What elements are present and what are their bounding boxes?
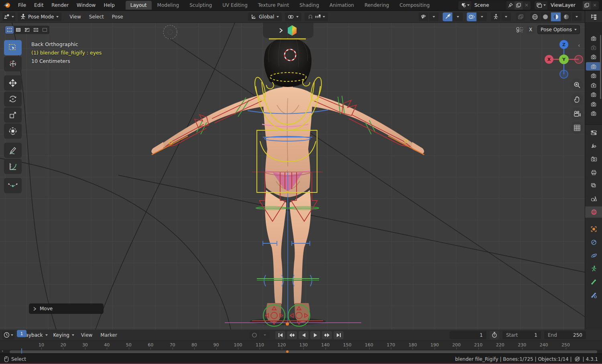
gizmo-z-neg-axis[interactable]	[560, 70, 568, 78]
tab-layout[interactable]: Layout	[126, 1, 152, 10]
tool-select-box[interactable]	[4, 40, 22, 55]
select-mode-invert[interactable]	[32, 26, 40, 34]
end-frame-field[interactable]: End 250	[544, 331, 586, 339]
menu-edit[interactable]: Edit	[31, 1, 47, 9]
tool-move[interactable]	[4, 75, 22, 91]
pivot-dropdown[interactable]	[285, 12, 301, 21]
tab-object-constraints[interactable]	[585, 237, 602, 248]
gizmo-caret[interactable]	[453, 12, 463, 21]
tab-bone[interactable]	[585, 276, 602, 287]
viewport-3d[interactable]: Z X Y Back Orthographic (1) blender file…	[0, 23, 585, 330]
operator-panel-move[interactable]: Move	[29, 303, 104, 314]
shading-wireframe-button[interactable]	[530, 12, 540, 21]
outliner-scrollbar[interactable]	[600, 35, 601, 99]
ruler-tick[interactable]: 60	[145, 342, 156, 348]
timeline-ruler[interactable]: 1020304050607080901001101201301401501601…	[0, 341, 602, 350]
auto-key-toggle[interactable]	[250, 331, 259, 340]
ruler-tick[interactable]: 170	[385, 342, 397, 348]
tab-uv-editing[interactable]: UV Editing	[218, 1, 252, 10]
tab-physics[interactable]	[585, 250, 602, 261]
tool-pose-breakdowner[interactable]	[4, 178, 22, 193]
pose-options-dropdown[interactable]: Pose Options	[537, 25, 580, 34]
visibility-caret[interactable]	[429, 12, 439, 21]
tool-rotate[interactable]	[4, 91, 22, 107]
timeline-editor-type-button[interactable]	[2, 331, 14, 340]
outliner-row-camera-toggle[interactable]	[586, 100, 601, 108]
playhead[interactable]: 1	[17, 330, 26, 337]
tool-annotate[interactable]	[4, 143, 22, 158]
select-mode-new[interactable]	[5, 26, 14, 34]
start-frame-field[interactable]: Start 1	[502, 331, 541, 339]
xray-toggle[interactable]	[516, 12, 525, 21]
properties-editor-icon[interactable]	[585, 127, 602, 138]
camera-view-button[interactable]	[571, 107, 583, 120]
ruler-tick[interactable]: 210	[473, 342, 484, 348]
tab-output[interactable]	[585, 167, 602, 178]
pose-display-caret[interactable]	[501, 12, 511, 21]
ruler-tick[interactable]: 200	[451, 342, 462, 348]
menu-select[interactable]: Select	[85, 12, 108, 21]
outliner-header[interactable]	[585, 11, 602, 23]
play-reverse-button[interactable]	[299, 331, 309, 339]
ruler-tick[interactable]: 80	[189, 342, 200, 348]
ruler-tick[interactable]: 120	[276, 342, 287, 348]
tab-bone-constraints[interactable]	[585, 289, 602, 301]
tool-measure[interactable]	[4, 159, 22, 174]
stopwatch-icon[interactable]	[490, 331, 499, 340]
tab-texture-paint[interactable]: Texture Paint	[253, 1, 294, 10]
tab-sculpting[interactable]: Sculpting	[185, 1, 217, 10]
shading-caret[interactable]	[572, 12, 582, 21]
tool-scale[interactable]	[4, 107, 22, 123]
gizmo-x-neg-axis[interactable]	[575, 55, 583, 63]
ruler-tick[interactable]: 90	[211, 342, 222, 348]
pin-icon[interactable]	[506, 1, 515, 10]
select-mode-extend[interactable]	[14, 26, 22, 34]
shading-material-button[interactable]	[551, 12, 561, 21]
tab-modeling[interactable]: Modeling	[153, 1, 184, 10]
tab-scene[interactable]	[585, 193, 602, 204]
tab-animation[interactable]: Animation	[325, 1, 359, 10]
grid-toggle-button[interactable]	[571, 121, 583, 134]
tab-rendering[interactable]: Rendering	[360, 1, 394, 10]
play-button[interactable]	[310, 331, 320, 339]
new-viewlayer-icon[interactable]	[583, 1, 591, 10]
tab-render[interactable]	[585, 154, 602, 165]
tool-cursor[interactable]	[4, 56, 22, 71]
menu-render[interactable]: Render	[48, 1, 72, 9]
ruler-tick[interactable]: 50	[123, 342, 134, 348]
shading-rendered-button[interactable]	[561, 12, 571, 21]
tab-compositing[interactable]: Compositing	[395, 1, 434, 10]
tab-tool[interactable]	[585, 140, 602, 151]
mirror-x-icon[interactable]	[516, 27, 524, 33]
ruler-tick[interactable]: 240	[538, 342, 549, 348]
menu-help[interactable]: Help	[100, 1, 118, 9]
snap-with-icon[interactable]	[315, 14, 321, 19]
show-gizmo-toggle[interactable]	[443, 12, 452, 21]
tab-object[interactable]	[585, 223, 602, 235]
menu-window[interactable]: Window	[73, 1, 99, 9]
visibility-popover[interactable]	[419, 12, 428, 21]
outliner-row-camera-toggle[interactable]	[586, 109, 601, 117]
ruler-tick[interactable]: 40	[101, 342, 112, 348]
unlink-scene-icon[interactable]: ✕	[523, 1, 531, 10]
ruler-tick[interactable]: 220	[494, 342, 506, 348]
keying-menu[interactable]: Keying	[51, 331, 77, 340]
select-mode-intersect[interactable]	[41, 26, 49, 34]
pan-hand-button[interactable]	[571, 93, 583, 105]
timeline-expand-chevron[interactable]: ›	[2, 348, 3, 354]
root-origin-dot[interactable]	[286, 322, 289, 326]
tab-shading[interactable]: Shading	[295, 1, 324, 10]
ruler-tick[interactable]: 110	[254, 342, 265, 348]
sidebar-toggle-chevron[interactable]: ‹	[578, 42, 580, 49]
blender-logo-icon[interactable]	[3, 2, 11, 8]
outliner-row-camera-toggle[interactable]	[586, 53, 601, 61]
tab-world[interactable]	[585, 206, 602, 218]
show-overlays-toggle[interactable]	[467, 12, 476, 21]
select-mode-subtract[interactable]	[23, 26, 31, 34]
pose-display-popover[interactable]	[491, 12, 500, 21]
outliner-row-active-object[interactable]	[586, 62, 601, 71]
ruler-tick[interactable]: 150	[342, 342, 353, 348]
viewlayer-name[interactable]: ViewLayer	[547, 1, 583, 10]
current-frame-field[interactable]: 1	[449, 331, 486, 339]
ruler-tick[interactable]: 10	[36, 342, 47, 348]
